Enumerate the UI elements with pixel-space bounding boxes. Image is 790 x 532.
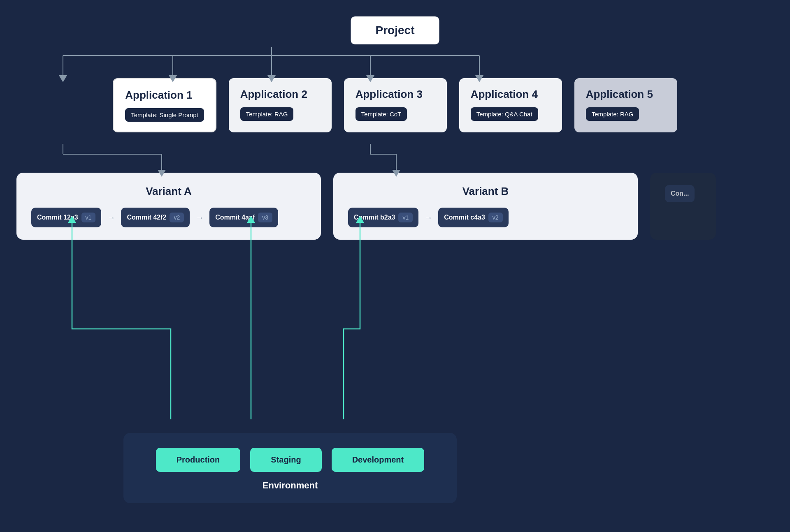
variant-c-commits: Con... — [665, 185, 701, 202]
commit-2-version: v2 — [170, 213, 184, 222]
env-production[interactable]: Production — [156, 448, 241, 472]
app1-template: Template: Single Prompt — [125, 108, 204, 122]
project-node: Project — [351, 16, 439, 44]
commit-group-3[interactable]: Commit 4aaf v3 — [209, 208, 278, 227]
app2-title: Application 2 — [240, 88, 320, 101]
environment-items: Production Staging Development — [156, 448, 424, 472]
commit-group-1[interactable]: Commit 12a3 v1 — [31, 208, 101, 227]
app3-template: Template: CoT — [356, 107, 407, 121]
commit-2-label: Commit 42f2 — [127, 214, 166, 221]
commit-b1-label: Commit b2a3 — [354, 214, 395, 221]
env-development[interactable]: Development — [332, 448, 425, 472]
commit-1-label: Commit 12a3 — [37, 214, 78, 221]
app-card-2[interactable]: Application 2 Template: RAG — [229, 78, 332, 132]
commit-b1-version: v1 — [398, 213, 413, 222]
commit-group-b2[interactable]: Commit c4a3 v2 — [438, 208, 508, 227]
commit-3-label: Commit 4aaf — [215, 214, 255, 221]
variant-b-title: Variant B — [348, 185, 623, 198]
variant-card-c[interactable]: Con... — [650, 173, 716, 240]
app3-title: Application 3 — [356, 88, 435, 101]
app5-title: Application 5 — [586, 88, 666, 101]
arrow-1: → — [107, 213, 115, 222]
environment-box: Production Staging Development Environme… — [123, 433, 457, 503]
app-card-5[interactable]: Application 5 Template: RAG — [574, 78, 677, 132]
variant-row: Variant A Commit 12a3 v1 → Commit 42f2 v… — [0, 173, 790, 240]
application-row: Application 1 Template: Single Prompt Ap… — [0, 78, 790, 132]
commit-c1-label: Con... — [671, 190, 689, 197]
commit-group-c1[interactable]: Con... — [665, 185, 695, 202]
variant-a-title: Variant A — [31, 185, 306, 198]
arrow-2: → — [195, 213, 204, 222]
app-card-3[interactable]: Application 3 Template: CoT — [344, 78, 447, 132]
diagram-container: Project Application 1 Template: Single P… — [0, 0, 790, 532]
app5-template: Template: RAG — [586, 107, 639, 121]
variant-card-b[interactable]: Variant B Commit b2a3 v1 → Commit c4a3 v… — [333, 173, 638, 240]
app2-template: Template: RAG — [240, 107, 294, 121]
app1-title: Application 1 — [125, 89, 204, 102]
variant-card-a[interactable]: Variant A Commit 12a3 v1 → Commit 42f2 v… — [16, 173, 321, 240]
env-staging[interactable]: Staging — [250, 448, 321, 472]
app4-template: Template: Q&A Chat — [471, 107, 538, 121]
commit-group-2[interactable]: Commit 42f2 v2 — [121, 208, 190, 227]
app-card-1[interactable]: Application 1 Template: Single Prompt — [113, 78, 216, 132]
variant-b-commits: Commit b2a3 v1 → Commit c4a3 v2 — [348, 208, 623, 227]
app4-title: Application 4 — [471, 88, 551, 101]
project-label: Project — [376, 24, 415, 37]
commit-3-version: v3 — [258, 213, 272, 222]
app-card-4[interactable]: Application 4 Template: Q&A Chat — [459, 78, 562, 132]
environment-label: Environment — [263, 480, 318, 491]
commit-b2-version: v2 — [488, 213, 503, 222]
variant-a-commits: Commit 12a3 v1 → Commit 42f2 v2 → Commit… — [31, 208, 306, 227]
commit-b2-label: Commit c4a3 — [444, 214, 485, 221]
commit-1-version: v1 — [81, 213, 96, 222]
commit-group-b1[interactable]: Commit b2a3 v1 — [348, 208, 418, 227]
arrow-b1: → — [424, 213, 432, 222]
